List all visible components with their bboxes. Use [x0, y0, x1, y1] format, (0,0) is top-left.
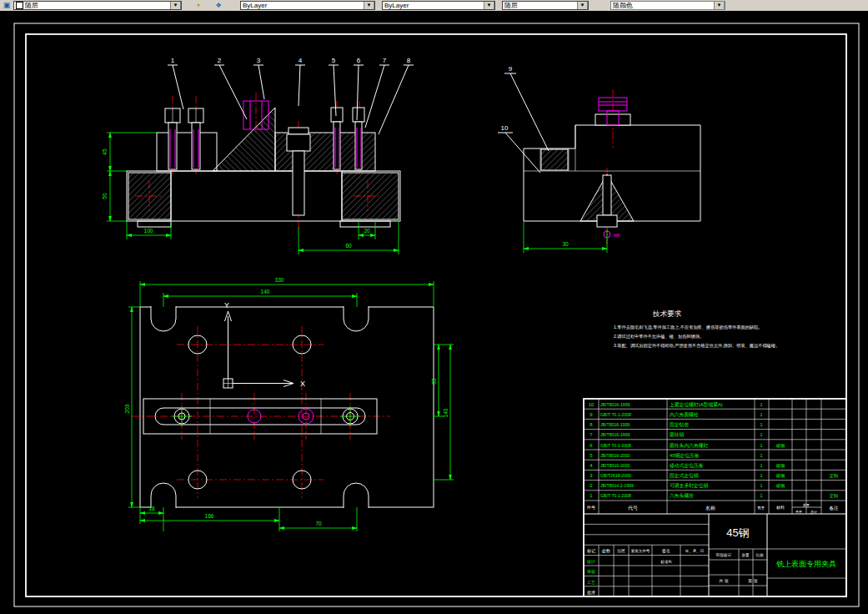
bom-row: 4 JB/T8010-2000 移动式定位压板 1 碳钢 — [590, 462, 785, 469]
tb-label-change-doc: 更改文件号 — [631, 548, 650, 553]
tb-label-process: 工艺 — [587, 580, 595, 585]
side-section-view: M8 — [524, 89, 700, 244]
bom-cell-no: 2 — [590, 483, 593, 488]
dim-text: 100 — [144, 228, 153, 234]
bom-cell-qty: 1 — [760, 483, 762, 488]
side-view-dimensions: 30 — [524, 221, 607, 253]
dim-text: 20 — [364, 228, 370, 234]
balloon-number: 7 — [383, 57, 387, 64]
bom-cell-code: GB/T 70.1-2008 — [600, 493, 631, 498]
color-swatch-icon — [16, 2, 23, 9]
color-combo-value: 随层 — [25, 1, 38, 10]
bom-cell-code: JB/T8016-1999 — [600, 402, 630, 407]
tech-req-title: 技术要求 — [652, 310, 682, 318]
bom-cell-code: GB/T2618-2000 — [600, 473, 631, 478]
technical-requirements: 技术要求 1.零件去除毛刺飞边,零件加工面上,不应有划痕、擦伤等损伤零件表面的缺… — [614, 310, 780, 349]
lineweight-combo[interactable]: ByLayer ▼ — [382, 1, 495, 10]
tb-label-page: 第 张 — [748, 578, 757, 584]
tb-label-date: 年、月、日 — [685, 549, 705, 553]
balloon-number: 5 — [332, 57, 336, 64]
bom-row: 7 JB/T8016-1999 圆柱销 1 — [590, 431, 762, 438]
bom-cell-no: 8 — [590, 422, 593, 427]
bom-row: 8 JB/T8016-1999 固定钻套 1 — [590, 421, 762, 428]
tb-label-sheets: 共 张 — [719, 578, 728, 584]
bom-cell-no: 3 — [590, 473, 593, 478]
plotstyle-combo[interactable]: 随层 ▼ — [502, 1, 589, 10]
bom-cell-no: 9 — [590, 412, 593, 417]
bom-header-no: 件号 — [586, 505, 595, 510]
bom-cell-name: 移动式定位压板 — [670, 462, 704, 469]
cad-drawing: 45 50 100 20 60 1 2 3 4 5 6 7 8 M8 — [0, 11, 868, 614]
tb-label-mark: 标记 — [586, 548, 595, 554]
dim-text: 85 — [431, 378, 437, 385]
bom-cell-qty: 1 — [760, 463, 762, 468]
bom-cell-code: JB/T8014.2-1999 — [600, 483, 634, 488]
chevron-down-icon[interactable]: ▼ — [577, 1, 588, 10]
tb-label-check: 审核 — [587, 569, 595, 574]
chevron-down-icon[interactable]: ▼ — [484, 1, 494, 10]
bom-header-name: 名称 — [705, 506, 715, 511]
linetype-combo-value: ByLayer — [243, 2, 267, 9]
tb-label-design: 设计 — [586, 559, 595, 564]
bom-cell-name: 固定钻套 — [670, 421, 689, 428]
bom-cell-code: GB/T 70.1-2008 — [600, 412, 631, 417]
bom-cell-material: 碳钢 — [775, 463, 785, 468]
bom-cell-no: 4 — [590, 463, 593, 468]
chevron-down-icon[interactable]: ▼ — [364, 1, 374, 10]
bom-cell-remark: 定制 — [830, 473, 838, 479]
bom-cell-qty: 1 — [760, 443, 762, 448]
drawing-frame — [14, 23, 859, 606]
app-icon: ▣ — [2, 1, 12, 10]
bom-cell-no: 5 — [590, 453, 593, 458]
layer-states-button[interactable]: ❖ — [212, 0, 225, 11]
dim-text: 50 — [102, 193, 108, 199]
tech-req-line: 3.装配、调试后固定件不得松动,严禁使用不合格定位元件,拆卸、组装、搬运不得磕碰… — [614, 343, 780, 349]
bom-header-remark: 备注 — [830, 506, 840, 511]
bom-cell-name: 固定式定位销 — [670, 472, 699, 479]
balloon-number: 2 — [218, 57, 222, 64]
lineweight-combo-value: ByLayer — [384, 2, 409, 9]
dim-text: 140 — [443, 408, 449, 417]
balloon-number: 1 — [171, 57, 175, 64]
drawing-title: 铣上表面专用夹具 — [776, 560, 836, 568]
dim-text: 203 — [124, 404, 130, 413]
bom-row: 2 JB/T8014.2-1999 可调支承钉定位销 1 碳钢 — [590, 482, 785, 489]
bom-cell-name: 可调支承钉定位销 — [670, 482, 709, 489]
bom-header-weight-unit: 单件 — [795, 510, 802, 514]
balloon-number: 4 — [299, 57, 303, 64]
chevron-down-icon[interactable]: ▼ — [170, 1, 181, 10]
balloon-number: 8 — [407, 57, 411, 64]
plotstyle-combo-value: 随层 — [504, 1, 518, 10]
tech-req-line: 1.零件去除毛刺飞边,零件加工面上,不应有划痕、擦伤等损伤零件表面的缺陷。 — [614, 325, 762, 330]
bom-row: 3 GB/T2618-2000 固定式定位销 1 碳钢 定制 — [590, 472, 838, 479]
plan-view: Y X — [132, 301, 434, 508]
bom-cell-no: 10 — [589, 402, 595, 407]
bom-cell-qty: 1 — [760, 473, 762, 478]
bom-cell-name: 圆柱头内六角螺钉 — [670, 442, 709, 449]
bom-cell-qty: 1 — [760, 432, 762, 437]
color-combo[interactable]: 随层 ▼ — [13, 1, 182, 10]
tb-label-scale: 比例 — [756, 553, 765, 558]
style-combo[interactable]: 随颜色 ▼ — [610, 1, 725, 10]
bom-cell-no: 7 — [590, 432, 593, 437]
drawing-canvas[interactable]: 45 50 100 20 60 1 2 3 4 5 6 7 8 M8 — [0, 11, 868, 614]
tb-label-stage: 阶段标记 — [716, 552, 732, 558]
dim-text: 30 — [562, 241, 569, 247]
bom-header-qty: 数量 — [758, 506, 765, 510]
make-current-button[interactable]: ✦ — [192, 0, 205, 11]
bom-cell-name: 内六角圆螺栓 — [670, 411, 699, 418]
balloon-number: 9 — [509, 65, 513, 73]
tb-label-zone: 分区 — [617, 548, 625, 553]
tb-label-mass: 质量 — [742, 553, 750, 557]
tb-label-sign: 签名 — [662, 548, 670, 554]
bom-cell-qty: 1 — [760, 422, 762, 427]
dim-text: 45 — [102, 148, 108, 155]
balloon-number: 3 — [257, 57, 261, 64]
bom-cell-no: 1 — [590, 493, 593, 498]
linetype-combo[interactable]: ByLayer ▼ — [240, 1, 375, 10]
chevron-down-icon[interactable]: ▼ — [714, 1, 725, 10]
balloon-number: 6 — [357, 57, 361, 64]
x-axis-label: X — [300, 380, 305, 388]
dim-text: 60 — [345, 243, 352, 249]
bom-header-weight-total: 总计 — [810, 510, 817, 514]
